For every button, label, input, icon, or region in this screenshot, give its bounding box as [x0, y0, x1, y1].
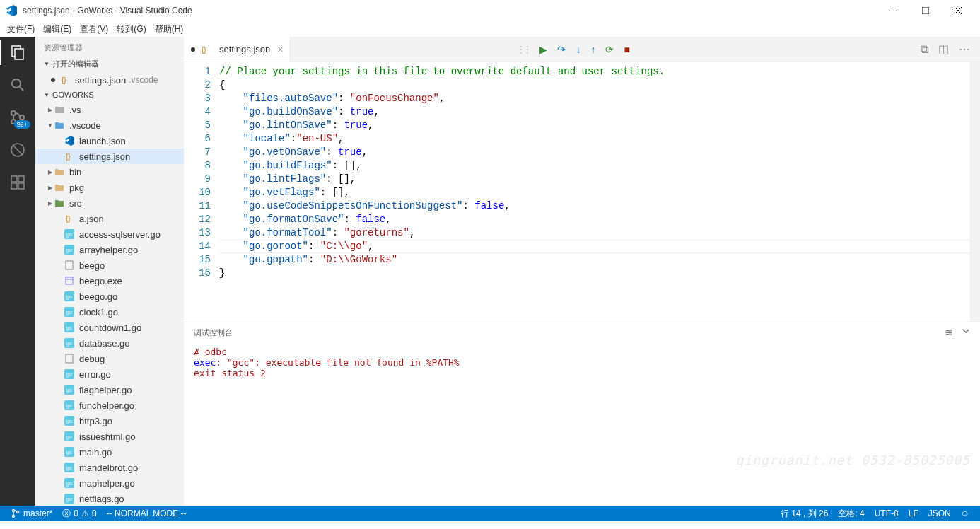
debug-toolbar[interactable]: ⋮⋮ ▶ ↷ ↓ ↑ ⟳ ■	[517, 37, 629, 62]
activity-scm-icon[interactable]: 99+	[8, 107, 28, 127]
svg-text:go: go	[66, 403, 72, 409]
panel-filter-icon[interactable]: ≋	[945, 327, 953, 338]
open-editor-item[interactable]: {} settings.json .vscode	[35, 72, 184, 88]
svg-text:go: go	[66, 294, 72, 300]
tree-file[interactable]: goarrayhelper.go	[35, 242, 184, 257]
svg-text:{}: {}	[66, 153, 71, 161]
tree-file[interactable]: gocountdown1.go	[35, 320, 184, 335]
panel-chevron-icon[interactable]	[962, 327, 970, 338]
more-icon[interactable]: ⋯	[959, 42, 970, 56]
menu-file[interactable]: 文件(F)	[3, 22, 39, 37]
svg-text:go: go	[66, 465, 72, 471]
tree-file[interactable]: goaccess-sqlserver.go	[35, 226, 184, 242]
tree-file[interactable]: gomain.go	[35, 444, 184, 460]
tree-arrow-icon: ▶	[47, 169, 54, 175]
tree-file[interactable]: gonetflags.go	[35, 491, 184, 506]
svg-rect-20	[66, 261, 73, 269]
window-minimize-button[interactable]	[877, 0, 909, 21]
debug-step-over-icon[interactable]: ↷	[557, 44, 566, 55]
svg-text:go: go	[66, 496, 72, 502]
activity-explorer-icon[interactable]	[8, 42, 28, 62]
debug-stop-icon[interactable]: ■	[624, 44, 629, 55]
file-icon	[64, 260, 75, 271]
status-feedback-icon[interactable]: ☺	[956, 508, 974, 520]
tree-label: debug	[79, 354, 105, 364]
tree-folder[interactable]: ▶bin	[35, 164, 184, 180]
compare-icon[interactable]: ⧉	[921, 43, 928, 56]
tree-file[interactable]: gomandelbrot.go	[35, 460, 184, 475]
tree-file[interactable]: goissueshtml.go	[35, 429, 184, 444]
json-file-icon: {}	[199, 44, 211, 55]
tree-file[interactable]: gohttp3.go	[35, 413, 184, 429]
tree-file[interactable]: goclock1.go	[35, 304, 184, 320]
menu-goto[interactable]: 转到(G)	[112, 22, 150, 37]
debug-step-out-icon[interactable]: ↑	[590, 44, 595, 55]
debug-step-into-icon[interactable]: ↓	[576, 44, 581, 55]
file-tree[interactable]: ▶.vs▼.vscodelaunch.json{}settings.json▶b…	[35, 102, 184, 506]
status-eol[interactable]: LF	[904, 508, 923, 520]
tree-file[interactable]: goflaghelper.go	[35, 382, 184, 397]
tree-folder[interactable]: ▶src	[35, 195, 184, 211]
tree-file[interactable]: goerror.go	[35, 366, 184, 382]
window-maximize-button[interactable]	[909, 0, 942, 21]
status-indentation[interactable]: 空格: 4	[833, 508, 869, 520]
tree-file[interactable]: {}a.json	[35, 211, 184, 226]
split-editor-icon[interactable]: ◫	[938, 42, 949, 56]
window-title: settings.json - GoWorks - Visual Studio …	[23, 6, 877, 16]
panel-title[interactable]: 调试控制台	[194, 327, 233, 338]
tree-file[interactable]: beego	[35, 257, 184, 273]
file-icon	[64, 275, 75, 286]
activity-debug-icon[interactable]	[8, 140, 28, 160]
svg-text:go: go	[66, 388, 72, 393]
menu-view[interactable]: 查看(V)	[76, 22, 112, 37]
svg-rect-9	[11, 176, 17, 182]
tree-file[interactable]: beego.exe	[35, 273, 184, 289]
code-content[interactable]: // Place your settings in this file to o…	[219, 62, 970, 322]
tree-label: database.go	[79, 338, 130, 349]
close-icon[interactable]: ×	[277, 44, 283, 55]
menu-help[interactable]: 帮助(H)	[151, 22, 188, 37]
tree-file[interactable]: gobeego.go	[35, 289, 184, 304]
debug-console-output[interactable]: # odbcexec: "gcc": executable file not f…	[184, 342, 980, 506]
tree-file[interactable]: launch.json	[35, 133, 184, 149]
svg-point-5	[11, 111, 16, 115]
tree-folder[interactable]: ▶pkg	[35, 180, 184, 195]
status-cursor-position[interactable]: 行 14 , 列 26	[776, 508, 833, 520]
activity-search-icon[interactable]	[8, 75, 28, 95]
drag-grip-icon[interactable]: ⋮⋮	[517, 45, 530, 54]
tree-label: a.json	[79, 214, 104, 224]
file-icon: go	[64, 228, 75, 240]
watermark-text: qingruanit.net 0532-85025005	[736, 453, 970, 467]
svg-point-51	[13, 516, 15, 518]
svg-text:{}: {}	[66, 215, 71, 223]
tab-settings-json[interactable]: {} settings.json ×	[184, 37, 291, 62]
tree-file[interactable]: {}settings.json	[35, 149, 184, 164]
debug-restart-icon[interactable]: ⟳	[605, 44, 614, 55]
status-branch[interactable]: master*	[6, 508, 57, 518]
open-editors-section[interactable]: ▼ 打开的编辑器	[35, 56, 184, 72]
tree-label: bin	[69, 167, 81, 178]
tree-file[interactable]: debug	[35, 351, 184, 366]
file-icon: go	[64, 244, 75, 255]
code-editor[interactable]: 12345678910111213141516 // Place your se…	[184, 62, 980, 322]
tree-file[interactable]: gofunchelper.go	[35, 397, 184, 413]
file-icon	[54, 104, 65, 115]
tree-label: .vs	[69, 105, 81, 115]
menu-edit[interactable]: 编辑(E)	[39, 22, 76, 37]
tree-file[interactable]: gomaphelper.go	[35, 475, 184, 491]
tree-folder[interactable]: ▶.vs	[35, 102, 184, 117]
status-problems[interactable]: ⓧ0 ⚠0	[57, 508, 101, 520]
tree-file[interactable]: godatabase.go	[35, 335, 184, 351]
tree-folder[interactable]: ▼.vscode	[35, 117, 184, 133]
debug-continue-icon[interactable]: ▶	[539, 44, 547, 55]
file-icon	[54, 166, 65, 178]
status-language[interactable]: JSON	[923, 508, 956, 520]
file-icon: go	[64, 322, 75, 333]
activity-extensions-icon[interactable]	[8, 173, 28, 192]
file-icon	[54, 182, 65, 193]
svg-rect-21	[66, 277, 73, 284]
minimap[interactable]	[970, 62, 980, 322]
workspace-root-section[interactable]: ▼ GOWORKS	[35, 88, 184, 102]
status-encoding[interactable]: UTF-8	[870, 508, 904, 520]
window-close-button[interactable]	[942, 0, 974, 21]
